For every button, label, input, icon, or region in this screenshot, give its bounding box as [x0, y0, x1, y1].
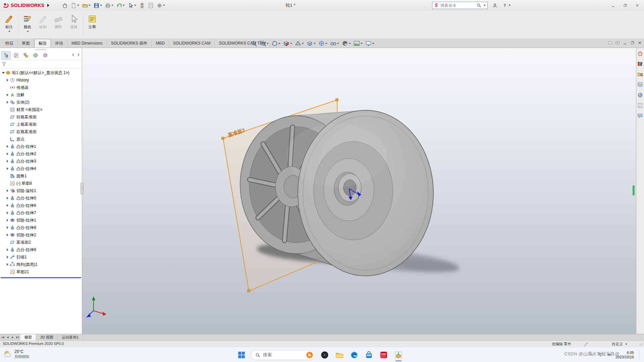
- tree-item[interactable]: History: [0, 76, 82, 84]
- expand-arrow-icon[interactable]: [5, 76, 10, 84]
- markup-button[interactable]: 标注: [1, 11, 17, 39]
- help-button[interactable]: ?: [501, 2, 511, 9]
- expand-arrow-icon[interactable]: [5, 217, 10, 224]
- taskbar-clock[interactable]: 6:05 2023/10/16: [615, 351, 634, 359]
- taskpane-forum-button[interactable]: [637, 113, 643, 120]
- taskpane-design-library-button[interactable]: [637, 61, 643, 68]
- tree-item[interactable]: 凸台-拉伸5: [0, 194, 82, 202]
- color-button[interactable]: 颜色: [20, 11, 35, 39]
- tree-item[interactable]: 切除-拉伸1: [0, 217, 82, 224]
- undo-button[interactable]: [115, 2, 126, 9]
- document-restore-button[interactable]: [630, 41, 635, 45]
- expand-arrow-icon[interactable]: [5, 99, 10, 106]
- panel-splitter-handle[interactable]: [80, 183, 84, 194]
- view-orientation-button[interactable]: [306, 40, 316, 47]
- featuremanager-tree-tab[interactable]: [1, 51, 11, 59]
- tree-item[interactable]: 上视基准面: [0, 121, 82, 128]
- taskpane-resources-button[interactable]: [637, 51, 643, 57]
- 3d-scene[interactable]: 基准面2: [82, 48, 636, 334]
- panel-grip[interactable]: [0, 48, 82, 51]
- expand-arrow-icon[interactable]: [5, 165, 10, 172]
- restore-button[interactable]: [619, 1, 631, 10]
- section-view-button[interactable]: [282, 40, 293, 47]
- tree-item[interactable]: 前视基准面: [0, 113, 82, 121]
- bing-icon[interactable]: [306, 351, 314, 359]
- display-style-button[interactable]: [318, 40, 328, 47]
- configurationmanager-tab[interactable]: [21, 52, 30, 59]
- tree-item[interactable]: 凸台-拉伸2: [0, 150, 82, 158]
- tree-item[interactable]: 材质 <未指定>: [0, 106, 82, 113]
- command-search-box[interactable]: 搜索命令: [432, 2, 488, 9]
- pinned-app-dark-button[interactable]: [319, 350, 330, 360]
- start-button[interactable]: [236, 350, 247, 360]
- previous-view-button[interactable]: [271, 40, 281, 47]
- tree-item[interactable]: 凸台-拉伸9: [0, 246, 82, 253]
- tree-item[interactable]: 扫描1: [0, 253, 82, 261]
- edge-browser-button[interactable]: [349, 350, 360, 360]
- zoom-fit-button[interactable]: [250, 40, 258, 47]
- tree-item[interactable]: 切除-旋转1: [0, 187, 82, 194]
- tree-item[interactable]: 凸台-拉伸4: [0, 165, 82, 172]
- weather-widget[interactable]: 25°C 局部晴朗: [3, 349, 29, 359]
- tree-filter-bar[interactable]: [0, 60, 82, 68]
- open-document-button[interactable]: [81, 2, 92, 9]
- tree-item[interactable]: 凸台-拉伸7: [0, 209, 82, 217]
- taskpane-custom-properties-button[interactable]: [637, 103, 643, 109]
- taskpane-appearances-button[interactable]: [637, 92, 643, 99]
- tab-solidworks-addins[interactable]: SOLIDWORKS 插件: [107, 39, 152, 48]
- tree-item[interactable]: 凸台-拉伸3: [0, 158, 82, 165]
- rollback-bar[interactable]: [1, 277, 81, 278]
- tab-sketch[interactable]: 草图: [18, 39, 34, 48]
- login-button[interactable]: [492, 2, 498, 9]
- last-tab-icon[interactable]: [15, 335, 19, 340]
- tree-item[interactable]: 凸台-拉伸8: [0, 224, 82, 231]
- viewport-layout-button[interactable]: [608, 41, 612, 45]
- select-button[interactable]: [127, 2, 137, 9]
- tab-features[interactable]: 特征: [1, 39, 18, 48]
- view-settings-button[interactable]: [365, 40, 375, 47]
- viewport-split-button[interactable]: [615, 41, 620, 45]
- document-close-button[interactable]: [638, 41, 642, 45]
- tree-item[interactable]: 右视基准面: [0, 128, 82, 135]
- doc-tab-motion-study-1[interactable]: 运动算例1: [58, 334, 83, 341]
- tab-mbd-dimensions[interactable]: MBD Dimensions: [67, 39, 107, 48]
- tree-item[interactable]: 实体(2): [0, 99, 82, 106]
- tab-solidworks-cam[interactable]: SOLIDWORKS CAM: [169, 39, 215, 48]
- save-button[interactable]: [93, 2, 103, 9]
- first-tab-icon[interactable]: [1, 335, 5, 340]
- new-document-button[interactable]: [70, 2, 80, 9]
- tree-item[interactable]: 草图21: [0, 268, 82, 276]
- home-button[interactable]: [61, 2, 69, 9]
- tree-item[interactable]: 切除-拉伸2: [0, 231, 82, 239]
- displaymanager-tab[interactable]: [41, 52, 50, 59]
- wifi-icon[interactable]: [598, 352, 603, 357]
- tree-item[interactable]: (-) 草图8: [0, 180, 82, 187]
- apply-scene-button[interactable]: [353, 40, 363, 47]
- expanded-arrow-icon[interactable]: [1, 69, 5, 76]
- annotation-view-button[interactable]: [294, 40, 305, 47]
- microsoft-store-button[interactable]: [364, 350, 374, 360]
- tree-item[interactable]: 原点: [0, 135, 82, 143]
- tab-evaluate[interactable]: 评估: [51, 39, 67, 48]
- minimize-button[interactable]: [607, 1, 619, 10]
- expand-arrow-icon[interactable]: [5, 91, 10, 99]
- doc-tab-3d-views[interactable]: 3D 视图: [36, 334, 58, 341]
- expand-arrow-icon[interactable]: [5, 187, 10, 194]
- tree-item[interactable]: A注解: [0, 91, 82, 99]
- expand-arrow-icon[interactable]: [5, 224, 10, 231]
- tree-item[interactable]: 圆角1: [0, 172, 82, 180]
- taskpane-file-explorer-button[interactable]: [637, 71, 643, 78]
- fm-tabs-scroll-right[interactable]: [76, 53, 80, 58]
- file-properties-button[interactable]: [147, 2, 155, 9]
- show-desktop-button[interactable]: [639, 350, 641, 360]
- hide-show-items-button[interactable]: [329, 40, 340, 47]
- graphics-area[interactable]: 基准面2: [82, 48, 636, 334]
- expand-arrow-icon[interactable]: [5, 202, 10, 209]
- taskpane-view-palette-button[interactable]: [637, 82, 643, 88]
- rebuild-button[interactable]: [138, 2, 146, 9]
- options-button[interactable]: [156, 2, 166, 9]
- expand-arrow-icon[interactable]: [5, 261, 10, 268]
- propertymanager-tab[interactable]: [12, 52, 20, 59]
- status-customize-button[interactable]: 自定义: [612, 342, 627, 347]
- dimxpertmanager-tab[interactable]: [31, 52, 40, 59]
